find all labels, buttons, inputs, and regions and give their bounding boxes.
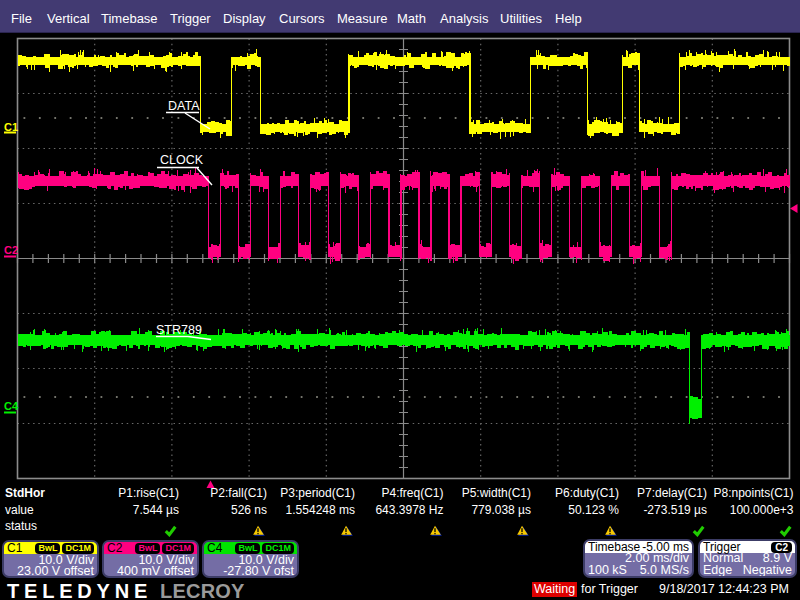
svg-text:C1: C1 xyxy=(4,121,18,133)
svg-text:CLOCK: CLOCK xyxy=(160,153,204,167)
svg-text:C4: C4 xyxy=(4,400,19,412)
svg-text:STR789: STR789 xyxy=(156,323,202,337)
svg-text:DATA: DATA xyxy=(168,99,200,113)
svg-text:C2: C2 xyxy=(4,244,18,256)
